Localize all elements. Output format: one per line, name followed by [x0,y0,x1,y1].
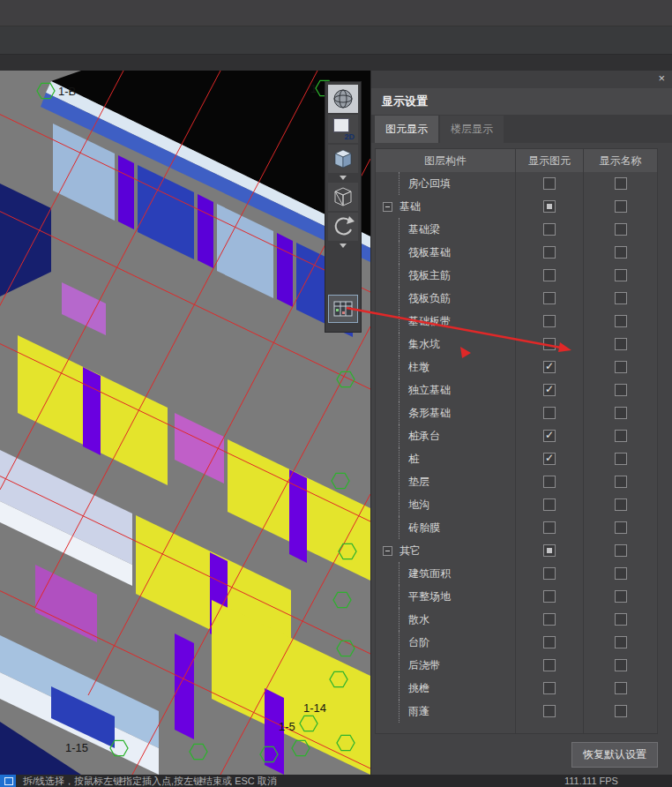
show-element-cell [515,631,583,654]
show-name-checkbox[interactable] [615,384,627,396]
show-name-checkbox[interactable] [615,636,627,648]
show-element-checkbox[interactable] [543,361,556,373]
show-name-checkbox[interactable] [615,659,627,671]
show-element-checkbox[interactable] [543,223,556,236]
table-row[interactable]: 基础板带 [376,310,657,333]
chevron-down-icon[interactable] [340,244,347,248]
show-name-checkbox[interactable] [615,223,627,236]
show-name-checkbox[interactable] [615,361,627,373]
show-element-cell [515,562,583,585]
view-2d-button[interactable]: 2D [328,115,358,143]
show-element-checkbox[interactable] [543,705,556,717]
show-name-checkbox[interactable] [615,430,627,442]
show-name-checkbox[interactable] [615,567,627,580]
show-element-checkbox[interactable] [543,659,556,671]
show-element-checkbox[interactable] [543,453,556,465]
table-row[interactable]: 挑檐 [376,677,657,700]
table-row[interactable]: 建筑面积 [376,562,657,585]
table-row[interactable]: 条形基础 [376,401,657,424]
close-icon[interactable]: × [658,72,665,85]
model-viewport[interactable]: 1-B 1 1-14 1-15 1-5 2D [0,71,370,775]
show-element-checkbox[interactable] [543,292,556,304]
show-name-checkbox[interactable] [615,246,627,259]
tree-line [387,516,399,539]
show-element-checkbox[interactable] [543,544,556,557]
table-filler [376,723,657,733]
table-row[interactable]: 雨蓬 [376,700,657,723]
table-row[interactable]: 筏板负筋 [376,287,657,310]
show-element-checkbox[interactable] [543,590,556,603]
table-row[interactable]: 集水坑 [376,333,657,356]
show-name-checkbox[interactable] [615,315,627,327]
show-name-checkbox[interactable] [615,498,627,511]
row-label-cell: 后浇带 [376,654,515,677]
table-row[interactable]: 台阶 [376,631,657,654]
collapse-icon[interactable] [383,546,392,556]
table-row[interactable]: 基础梁 [376,218,657,241]
show-element-checkbox[interactable] [543,567,556,580]
table-row[interactable]: 柱墩 [376,356,657,379]
show-name-checkbox[interactable] [615,521,627,534]
table-row[interactable]: 桩 [376,447,657,470]
show-name-checkbox[interactable] [615,407,627,419]
show-element-checkbox[interactable] [543,315,556,327]
table-row[interactable]: 砖胎膜 [376,516,657,539]
show-element-checkbox[interactable] [543,636,556,648]
status-icon[interactable] [0,775,16,787]
show-name-checkbox[interactable] [615,338,627,350]
table-row[interactable]: 垫层 [376,470,657,493]
show-element-checkbox[interactable] [543,476,556,488]
show-name-checkbox[interactable] [615,476,627,488]
table-row[interactable]: 筏板基础 [376,241,657,264]
show-element-checkbox[interactable] [543,384,556,396]
show-name-cell [583,654,657,677]
table-row[interactable]: 桩承台 [376,424,657,447]
show-element-checkbox[interactable] [543,269,556,281]
show-element-checkbox[interactable] [543,613,556,626]
show-name-checkbox[interactable] [615,200,627,213]
table-row[interactable]: 房心回填 [376,172,657,195]
tab-floor-display[interactable]: 楼层显示 [440,116,504,143]
show-element-cell [515,677,583,700]
show-element-cell [515,310,583,333]
display-settings-button[interactable] [328,295,358,323]
show-name-checkbox[interactable] [615,269,627,281]
table-row[interactable]: 平整场地 [376,585,657,608]
show-name-checkbox[interactable] [615,177,627,190]
show-name-checkbox[interactable] [615,544,627,557]
show-element-checkbox[interactable] [543,177,556,190]
show-name-checkbox[interactable] [615,453,627,465]
table-row[interactable]: 基础 [376,195,657,218]
rotate-view-button[interactable] [328,213,358,241]
show-element-checkbox[interactable] [543,338,556,350]
show-element-checkbox[interactable] [543,682,556,694]
row-label: 基础梁 [408,222,440,237]
collapse-icon[interactable] [383,202,392,212]
show-name-checkbox[interactable] [615,682,627,694]
show-name-checkbox[interactable] [615,705,627,717]
restore-defaults-button[interactable]: 恢复默认设置 [571,742,658,768]
chevron-down-icon[interactable] [340,176,347,180]
show-element-checkbox[interactable] [543,200,556,213]
table-row[interactable]: 地沟 [376,493,657,516]
table-row[interactable]: 独立基础 [376,379,657,401]
table-row[interactable]: 筏板主筋 [376,264,657,287]
row-label: 柱墩 [408,360,429,375]
show-element-checkbox[interactable] [543,430,556,442]
show-name-checkbox[interactable] [615,292,627,304]
orbit-view-button[interactable] [328,85,358,113]
table-row[interactable]: 其它 [376,539,657,562]
show-element-checkbox[interactable] [543,498,556,511]
show-name-checkbox[interactable] [615,590,627,603]
show-name-cell [583,539,657,562]
tab-element-display[interactable]: 图元显示 [375,116,438,143]
show-element-checkbox[interactable] [543,246,556,259]
table-row[interactable]: 后浇带 [376,654,657,677]
show-name-checkbox[interactable] [615,613,627,626]
view-3d-button[interactable] [328,145,358,173]
show-element-cell [515,516,583,539]
show-element-checkbox[interactable] [543,407,556,419]
show-element-checkbox[interactable] [543,521,556,534]
wireframe-view-button[interactable] [328,183,358,211]
table-row[interactable]: 散水 [376,608,657,631]
